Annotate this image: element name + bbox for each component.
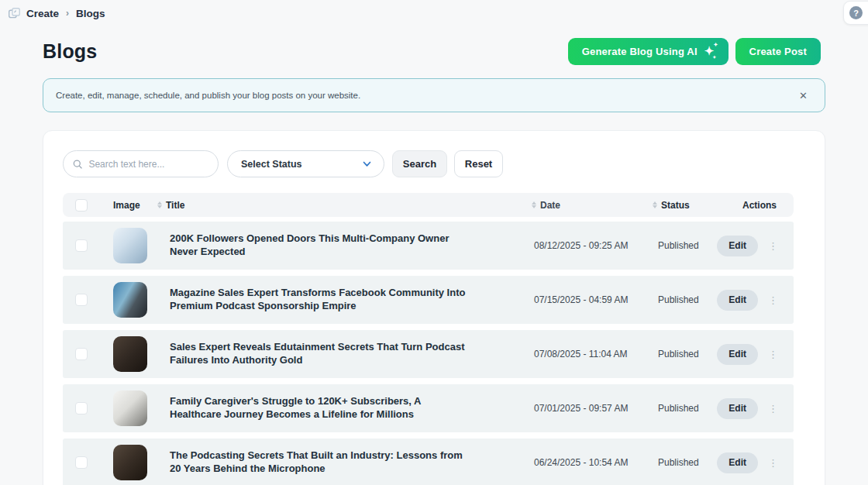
kebab-menu-icon[interactable]: ⋮	[768, 404, 778, 414]
column-image[interactable]: Image	[100, 200, 157, 211]
info-banner-text: Create, edit, manage, schedule, and publ…	[56, 91, 360, 100]
chevron-down-icon	[361, 158, 373, 170]
table-row: 200K Followers Opened Doors This Multi-C…	[63, 222, 794, 270]
column-title[interactable]: Title	[157, 200, 508, 211]
kebab-menu-icon[interactable]: ⋮	[768, 349, 778, 359]
blog-date: 08/12/2025 - 09:25 AM	[508, 240, 631, 251]
generate-blog-ai-label: Generate Blog Using AI	[582, 46, 698, 57]
blog-thumbnail	[113, 282, 147, 318]
sort-icon[interactable]	[532, 201, 536, 208]
reset-button[interactable]: Reset	[454, 150, 503, 177]
status-badge: Published	[631, 294, 722, 305]
breadcrumb-create[interactable]: Create	[26, 8, 59, 19]
blog-thumbnail	[113, 445, 147, 480]
table-row: The Podcasting Secrets That Built an Ind…	[63, 439, 794, 485]
blog-thumbnail	[113, 228, 147, 263]
select-all-cell	[63, 199, 100, 212]
blog-title[interactable]: Magazine Sales Expert Transforms Faceboo…	[157, 287, 508, 312]
row-checkbox[interactable]	[75, 456, 88, 469]
kebab-menu-icon[interactable]: ⋮	[768, 241, 778, 251]
row-checkbox[interactable]	[75, 294, 88, 306]
sort-icon[interactable]	[653, 201, 657, 208]
row-checkbox[interactable]	[75, 348, 88, 360]
search-input[interactable]	[88, 159, 208, 170]
column-status[interactable]: Status	[631, 200, 722, 211]
table-row: Magazine Sales Expert Transforms Faceboo…	[63, 276, 794, 324]
status-badge: Published	[631, 240, 722, 251]
blogs-table: Image Title Date Status Actions	[63, 193, 794, 485]
sparkles-icon: ✦✦✦	[704, 45, 715, 57]
blogs-card: Select Status Search Reset Image Title	[43, 130, 825, 485]
table-header-row: Image Title Date Status Actions	[63, 193, 794, 217]
page-title: Blogs	[43, 40, 97, 63]
column-date[interactable]: Date	[508, 200, 631, 211]
blog-title[interactable]: Sales Expert Reveals Edutainment Secrets…	[157, 341, 508, 366]
row-checkbox[interactable]	[75, 239, 88, 252]
header-actions: Generate Blog Using AI ✦✦✦ Create Post	[568, 38, 821, 65]
blog-date: 07/01/2025 - 09:57 AM	[508, 403, 631, 414]
generate-blog-ai-button[interactable]: Generate Blog Using AI ✦✦✦	[568, 38, 728, 65]
edit-button[interactable]: Edit	[717, 290, 758, 311]
blog-thumbnail	[113, 390, 147, 426]
breadcrumb-blogs: Blogs	[76, 8, 105, 19]
close-icon[interactable]: ✕	[796, 87, 811, 105]
status-select[interactable]: Select Status	[227, 150, 384, 177]
create-post-label: Create Post	[749, 46, 807, 57]
blog-date: 07/08/2025 - 11:04 AM	[508, 349, 631, 359]
blog-title[interactable]: Family Caregiver's Struggle to 120K+ Sub…	[157, 395, 508, 421]
table-row: Sales Expert Reveals Edutainment Secrets…	[63, 330, 794, 378]
status-badge: Published	[631, 457, 722, 468]
status-badge: Published	[631, 349, 722, 359]
breadcrumb-separator-icon: ›	[66, 8, 69, 19]
page-header: Blogs Generate Blog Using AI ✦✦✦ Create …	[43, 38, 825, 65]
create-post-button[interactable]: Create Post	[735, 38, 821, 65]
blog-title[interactable]: 200K Followers Opened Doors This Multi-C…	[157, 232, 508, 258]
question-icon: ?	[849, 6, 863, 19]
table-row: Family Caregiver's Struggle to 120K+ Sub…	[63, 384, 794, 432]
search-button[interactable]: Search	[392, 150, 447, 177]
info-banner: Create, edit, manage, schedule, and publ…	[43, 78, 825, 112]
create-icon	[8, 7, 21, 20]
blog-title[interactable]: The Podcasting Secrets That Built an Ind…	[157, 449, 508, 475]
column-actions: Actions	[722, 200, 794, 211]
blog-thumbnail	[113, 336, 147, 372]
page-content: Blogs Generate Blog Using AI ✦✦✦ Create …	[0, 38, 868, 485]
edit-button[interactable]: Edit	[717, 398, 758, 419]
edit-button[interactable]: Edit	[717, 344, 758, 365]
status-select-value: Select Status	[241, 159, 302, 170]
topbar: ‹ Create › Blogs ?	[0, 0, 868, 26]
search-box	[63, 150, 219, 177]
row-checkbox[interactable]	[75, 402, 88, 414]
search-icon	[73, 159, 82, 170]
edit-button[interactable]: Edit	[717, 236, 758, 256]
kebab-menu-icon[interactable]: ⋮	[768, 295, 778, 305]
kebab-menu-icon[interactable]: ⋮	[768, 458, 778, 468]
status-badge: Published	[631, 403, 722, 414]
sort-icon[interactable]	[157, 201, 162, 208]
help-button[interactable]: ?	[843, 1, 868, 25]
blog-date: 07/15/2025 - 04:59 AM	[508, 294, 631, 305]
select-all-checkbox[interactable]	[75, 199, 88, 212]
blog-date: 06/24/2025 - 10:54 AM	[508, 457, 631, 468]
filters-row: Select Status Search Reset	[63, 150, 805, 177]
edit-button[interactable]: Edit	[717, 452, 758, 473]
